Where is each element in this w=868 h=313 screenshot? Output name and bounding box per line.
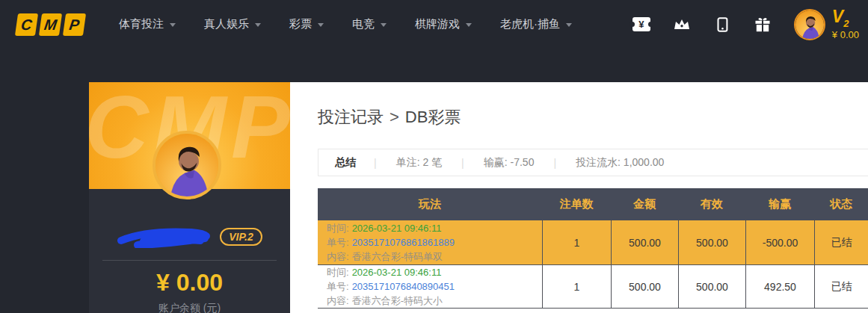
crown-icon[interactable] <box>673 16 691 34</box>
vip-level-letter: V <box>832 7 843 26</box>
account-balance-amount: ¥ 0.00 <box>89 269 290 297</box>
breadcrumb-page: DB彩票 <box>405 108 461 126</box>
username-redaction-scribble <box>117 226 212 248</box>
brand-logo[interactable]: C M P <box>16 13 84 36</box>
order-number-line: 单号:2035171076840890451 <box>327 279 455 294</box>
summary-bet-count: 单注: 2 笔 <box>377 156 461 170</box>
bet-time: 2026-03-21 09:46:11 <box>352 223 442 234</box>
logo-letter: P <box>63 13 86 36</box>
profile-sidebar: CMP VIP.2 ¥ 0.00 账户余额 (元) <box>89 82 290 313</box>
time-label: 时间: <box>327 267 349 278</box>
gift-icon[interactable] <box>754 16 772 34</box>
nav-item-sports[interactable]: 体育投注 <box>119 17 176 31</box>
mobile-icon[interactable] <box>713 16 731 34</box>
breadcrumb: 投注记录>DB彩票 <box>318 106 461 128</box>
nav-item-live-casino[interactable]: 真人娱乐 <box>204 17 261 31</box>
summary-bar: 总结 | 单注: 2 笔 | 输赢: -7.50 | 投注流水: 1,000.0… <box>318 149 868 176</box>
column-header-winloss: 输赢 <box>745 197 814 211</box>
bet-content-line: 内容:香港六合彩-特码单双 <box>327 250 443 264</box>
nav-item-lottery[interactable]: 彩票 <box>289 17 324 31</box>
page: C M P 体育投注 真人娱乐 彩票 电竞 棋牌游戏 <box>0 0 868 313</box>
bet-content: 香港六合彩-特码单双 <box>352 251 443 262</box>
vip-badge: VIP.2 <box>220 228 262 246</box>
bet-content: 香港六合彩-特码大小 <box>352 295 443 306</box>
column-header-bet-count: 注单数 <box>542 197 611 211</box>
vip-level-number: 2 <box>843 17 849 28</box>
winloss-cell: 492.50 <box>745 265 814 308</box>
nav-item-esports[interactable]: 电竞 <box>352 17 387 31</box>
amount-cell: 500.00 <box>611 265 678 308</box>
account-balance-caption: 账户余额 (元) <box>89 302 290 313</box>
username-row: VIP.2 <box>89 226 290 248</box>
valid-amount-cell: 500.00 <box>678 265 745 308</box>
logo-letter: C <box>15 13 38 36</box>
playtype-cell: 时间:2026-03-21 09:46:11 单号:20351710768408… <box>318 265 542 308</box>
divider <box>102 260 277 261</box>
nav-item-label: 棋牌游戏 <box>415 17 460 31</box>
nav-right-tools: ¥ <box>632 8 859 41</box>
chevron-down-icon <box>566 23 572 27</box>
status-cell: 已结 <box>814 265 868 308</box>
nav-item-label: 彩票 <box>289 17 312 31</box>
time-label: 时间: <box>327 223 349 234</box>
logo-letter: M <box>39 13 62 36</box>
bet-content-line: 内容:香港六合彩-特码大小 <box>327 294 443 308</box>
summary-winloss: 输赢: -7.50 <box>464 156 554 170</box>
nav-item-label: 老虎机·捕鱼 <box>500 17 560 31</box>
user-level-balance: V2 ¥ 0.00 <box>832 8 859 41</box>
table-header-row: 玩法 注单数 金额 有效 输赢 状态 <box>318 188 868 220</box>
order-label: 单号: <box>327 237 349 248</box>
nav-item-board-games[interactable]: 棋牌游戏 <box>415 17 472 31</box>
chevron-down-icon <box>466 23 472 27</box>
nav-item-label: 体育投注 <box>119 17 164 31</box>
chevron-down-icon <box>381 23 387 27</box>
content-label: 内容: <box>327 251 349 262</box>
main-content: 投注记录>DB彩票 总结 | 单注: 2 笔 | 输赢: -7.50 | 投注流… <box>290 82 868 313</box>
profile-avatar[interactable] <box>153 131 221 199</box>
winloss-cell: -500.00 <box>745 220 814 264</box>
avatar[interactable] <box>794 9 825 40</box>
chevron-down-icon <box>170 23 176 27</box>
order-number-link[interactable]: 2035171076840890451 <box>352 281 455 292</box>
column-header-amount: 金额 <box>611 197 678 211</box>
vip-level-badge: V2 <box>832 8 859 28</box>
nav-item-slots-fishing[interactable]: 老虎机·捕鱼 <box>500 17 572 31</box>
column-header-status: 状态 <box>814 197 868 211</box>
bet-time: 2026-03-21 09:46:11 <box>352 267 442 278</box>
order-label: 单号: <box>327 281 349 292</box>
amount-cell: 500.00 <box>611 220 678 264</box>
status-cell: 已结 <box>814 220 868 264</box>
chevron-down-icon <box>255 23 261 27</box>
breadcrumb-separator: > <box>390 108 399 126</box>
table-row: 时间:2026-03-21 09:46:11 单号:20351710768618… <box>318 220 868 265</box>
content-label: 内容: <box>327 295 349 306</box>
nav-item-label: 真人娱乐 <box>204 17 249 31</box>
valid-amount-cell: 500.00 <box>678 220 745 264</box>
order-number-link[interactable]: 2035171076861861889 <box>352 237 455 248</box>
chevron-down-icon <box>318 23 324 27</box>
summary-turnover: 投注流水: 1,000.00 <box>556 156 683 170</box>
order-number-line: 单号:2035171076861861889 <box>327 235 455 250</box>
bet-records-table: 玩法 注单数 金额 有效 输赢 状态 时间:2026-03-21 09:46:1… <box>318 188 868 309</box>
summary-title: 总结 <box>318 156 374 170</box>
bet-count-cell: 1 <box>542 220 611 264</box>
bet-count-cell: 1 <box>542 265 611 308</box>
ticket-voucher-icon[interactable]: ¥ <box>632 16 650 34</box>
user-account-block[interactable]: V2 ¥ 0.00 <box>794 8 859 41</box>
bet-time-line: 时间:2026-03-21 09:46:11 <box>327 221 441 235</box>
bet-time-line: 时间:2026-03-21 09:46:11 <box>327 265 441 279</box>
nav-item-label: 电竞 <box>352 17 375 31</box>
header-balance: ¥ 0.00 <box>832 29 859 40</box>
playtype-cell: 时间:2026-03-21 09:46:11 单号:20351710768618… <box>318 220 542 264</box>
breadcrumb-section[interactable]: 投注记录 <box>318 108 384 126</box>
top-navigation: C M P 体育投注 真人娱乐 彩票 电竞 棋牌游戏 <box>0 0 868 49</box>
nav-menu: 体育投注 真人娱乐 彩票 电竞 棋牌游戏 老虎机·捕鱼 <box>119 17 572 31</box>
yuan-symbol: ¥ <box>632 17 650 31</box>
column-header-valid: 有效 <box>678 197 745 211</box>
table-row: 时间:2026-03-21 09:46:11 单号:20351710768408… <box>318 265 868 309</box>
column-header-playtype: 玩法 <box>318 197 542 211</box>
